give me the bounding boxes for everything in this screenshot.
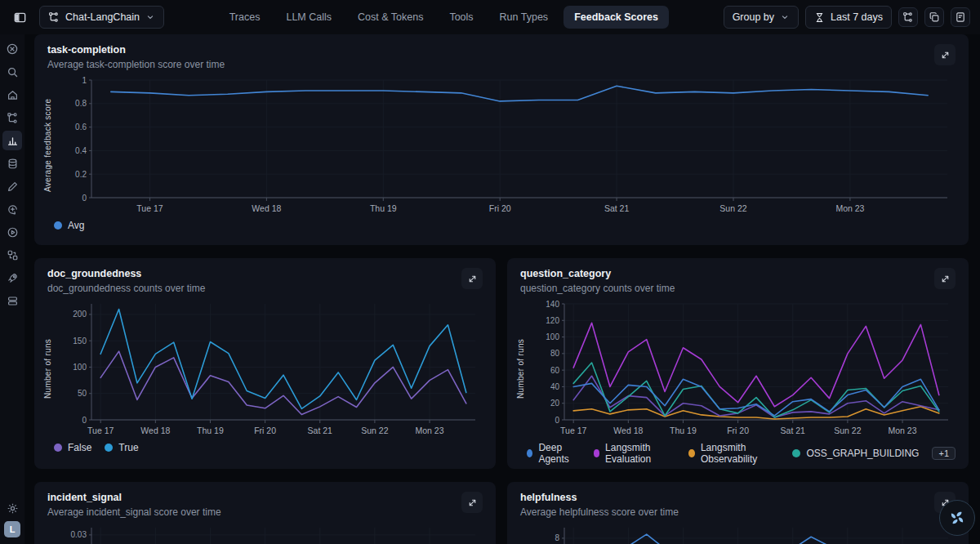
experiments-icon	[7, 249, 19, 261]
settings-icon	[7, 502, 19, 515]
chart-plot[interactable]: 02468Tue 17Wed 18Thu 19Fri 20Sat 21Sun 2…	[537, 523, 955, 544]
sidebar-item-experiments[interactable]	[2, 245, 22, 265]
chart-subtitle: Average task-completion score over time	[47, 59, 225, 70]
svg-text:40: 40	[550, 382, 560, 391]
svg-text:200: 200	[73, 310, 87, 319]
legend-label: Deep Agents	[538, 442, 580, 465]
report-button[interactable]	[951, 7, 970, 27]
sidebar-item-settings[interactable]	[2, 498, 22, 518]
tree-view-button[interactable]	[898, 7, 918, 27]
chart-plot[interactable]: 00.20.40.60.81Tue 17Wed 18Thu 19Fri 20Sa…	[64, 75, 954, 216]
svg-text:Sun 22: Sun 22	[361, 426, 388, 435]
chart-subtitle: question_category counts over time	[520, 283, 675, 294]
svg-text:8: 8	[555, 533, 559, 542]
svg-text:Wed 18: Wed 18	[140, 426, 170, 435]
sidebar-toggle-button[interactable]	[10, 7, 29, 27]
legend-dot	[594, 449, 600, 457]
chart-subtitle: doc_groundedness counts over time	[47, 283, 205, 294]
tab-tools[interactable]: Tools	[439, 6, 483, 29]
search-icon	[7, 66, 19, 78]
chart-title: task-completion	[47, 44, 225, 56]
project-switcher[interactable]: Chat-LangChain	[39, 6, 164, 29]
tab-traces[interactable]: Traces	[219, 6, 271, 29]
chart-card-incident-signal: incident_signal Average incident_signal …	[34, 482, 496, 544]
sidebar-item-deployments[interactable]	[2, 268, 22, 288]
chart-plot[interactable]: 050100150200Tue 17Wed 18Thu 19Fri 20Sat …	[64, 299, 482, 438]
svg-text:Sat 21: Sat 21	[604, 203, 630, 213]
legend-dot	[527, 449, 532, 457]
legend-item[interactable]: True	[105, 442, 138, 453]
expand-chart-button[interactable]	[461, 268, 483, 289]
sidebar-item-queues[interactable]	[2, 291, 22, 310]
copy-dashboard-button[interactable]	[924, 7, 944, 27]
sidebar-item-home[interactable]	[2, 85, 22, 105]
sidebar-toggle-icon	[13, 11, 27, 25]
chat-widget-button[interactable]	[939, 500, 975, 536]
tab-llm-calls[interactable]: LLM Calls	[275, 6, 342, 29]
svg-text:Wed 18: Wed 18	[252, 203, 281, 213]
traces-icon	[7, 112, 19, 124]
svg-text:Tue 17: Tue 17	[87, 426, 114, 435]
svg-text:Fri 20: Fri 20	[489, 203, 511, 213]
tab-feedback-scores[interactable]: Feedback Scores	[564, 6, 669, 29]
sidebar-item-logo[interactable]	[2, 39, 22, 59]
svg-text:Mon 23: Mon 23	[416, 426, 444, 435]
sidebar-item-search[interactable]	[2, 62, 22, 82]
logo-icon	[6, 42, 19, 56]
sidebar: L	[0, 34, 24, 544]
svg-text:Fri 20: Fri 20	[727, 426, 749, 435]
legend-item[interactable]: Deep Agents	[527, 442, 581, 465]
group-by-button[interactable]: Group by	[724, 6, 799, 29]
expand-chart-button[interactable]	[461, 492, 483, 513]
expand-chart-button[interactable]	[934, 44, 956, 65]
legend-overflow-badge[interactable]: +1	[932, 447, 956, 460]
svg-text:Sat 21: Sat 21	[781, 426, 806, 435]
group-by-label: Group by	[733, 11, 774, 23]
svg-text:Fri 20: Fri 20	[254, 426, 276, 435]
svg-text:120: 120	[546, 316, 559, 325]
tab-run-types[interactable]: Run Types	[489, 6, 559, 29]
svg-text:1: 1	[82, 76, 87, 85]
svg-text:Thu 19: Thu 19	[670, 426, 697, 435]
expand-icon	[467, 274, 478, 284]
y-axis-label: Average feedback score	[47, 75, 64, 216]
legend-item[interactable]: Langsmith Observability	[688, 442, 779, 465]
svg-text:Thu 19: Thu 19	[370, 203, 397, 213]
svg-text:0: 0	[82, 416, 87, 425]
user-avatar[interactable]: L	[4, 521, 20, 537]
svg-text:0.8: 0.8	[75, 99, 87, 108]
y-axis-label: Number of runs	[47, 299, 64, 438]
legend-item[interactable]: Avg	[54, 220, 84, 231]
expand-icon	[940, 274, 951, 284]
svg-text:0: 0	[555, 416, 559, 425]
chart-title: doc_groundedness	[47, 268, 205, 279]
legend-item[interactable]: OSS_GRAPH_BUILDING	[792, 448, 919, 459]
legend-item[interactable]: Langsmith Evaluation	[594, 442, 676, 465]
chart-plot[interactable]: 00.010.020.03Tue 17Wed 18Thu 19Fri 20Sat…	[64, 523, 482, 544]
time-range-label: Last 7 days	[831, 11, 883, 23]
sidebar-item-monitor[interactable]	[2, 131, 22, 150]
svg-text:Mon 23: Mon 23	[889, 426, 917, 435]
time-range-button[interactable]: Last 7 days	[805, 6, 892, 29]
chart-title: incident_signal	[47, 492, 221, 503]
chart-title: helpfulness	[520, 492, 679, 503]
sidebar-item-annotate[interactable]	[2, 176, 22, 196]
chart-plot[interactable]: 020406080100120140Tue 17Wed 18Thu 19Fri …	[537, 299, 955, 438]
sidebar-item-playground[interactable]	[2, 222, 22, 242]
queues-icon	[7, 295, 19, 307]
project-name: Chat-LangChain	[65, 11, 140, 23]
sidebar-item-traces[interactable]	[2, 108, 22, 127]
sidebar-item-prompts[interactable]	[2, 199, 22, 219]
sidebar-item-datasets[interactable]	[2, 154, 22, 173]
tab-cost-tokens[interactable]: Cost & Tokens	[347, 6, 434, 29]
expand-chart-button[interactable]	[934, 268, 956, 289]
svg-text:50: 50	[78, 389, 87, 398]
svg-text:20: 20	[550, 399, 560, 408]
chart-legend: Deep AgentsLangsmith EvaluationLangsmith…	[527, 442, 956, 465]
chart-legend: Avg	[54, 220, 956, 231]
y-axis-label: Average feedback score	[520, 523, 537, 544]
copy-icon	[929, 11, 940, 23]
y-axis-label: Average feedback score	[47, 523, 64, 544]
deployments-icon	[7, 272, 19, 284]
legend-item[interactable]: False	[54, 442, 91, 453]
